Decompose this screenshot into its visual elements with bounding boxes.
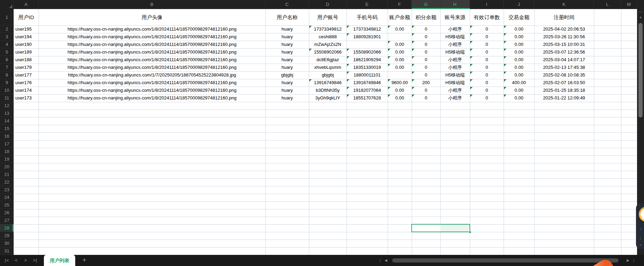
cell-D9[interactable]: 13916749846: [309, 79, 347, 87]
cell-A1[interactable]: 用户ID: [14, 9, 39, 25]
cell-F10[interactable]: 0.00: [388, 87, 412, 94]
select-all-corner[interactable]: [0, 0, 14, 9]
cell-G9[interactable]: 200: [412, 79, 440, 87]
row-header-30[interactable]: 30: [0, 240, 14, 247]
cell-C6[interactable]: huary: [265, 56, 309, 64]
cell-H4[interactable]: 小程序: [440, 41, 470, 48]
column-header-B[interactable]: B: [39, 0, 265, 9]
row-header-16[interactable]: 16: [0, 132, 14, 140]
cell-C7[interactable]: huary: [265, 64, 309, 71]
cell-F6[interactable]: 0.00: [388, 56, 412, 64]
cell-C5[interactable]: huary: [265, 48, 309, 56]
row-header-2[interactable]: 2: [0, 25, 14, 33]
scroll-left-icon[interactable]: ◀: [383, 255, 388, 266]
fill-handle[interactable]: [469, 231, 471, 233]
cell-D2[interactable]: 17373349812: [309, 25, 347, 33]
cell-D7[interactable]: xhvebLqsmm: [309, 64, 347, 71]
cell-B10[interactable]: https://huary.oss-cn-nanjing.aliyuncs.co…: [39, 87, 265, 94]
cell-G7[interactable]: 0: [412, 64, 440, 71]
column-header-K[interactable]: K: [534, 0, 594, 9]
row-header-7[interactable]: 7: [0, 64, 14, 71]
cell-B3[interactable]: https://huary.oss-cn-nanjing.aliyuncs.co…: [39, 33, 265, 41]
cell-A11[interactable]: user173: [14, 94, 39, 102]
cell-F1[interactable]: 账户余额: [388, 9, 412, 25]
row-header-3[interactable]: 3: [0, 33, 14, 41]
cell-G8[interactable]: 0: [412, 71, 440, 79]
row-header-20[interactable]: 20: [0, 163, 14, 171]
cell-E5[interactable]: 15508902066: [347, 48, 388, 56]
cell-G4[interactable]: 0: [412, 41, 440, 48]
row-header-14[interactable]: 14: [0, 117, 14, 125]
column-header-A[interactable]: A: [14, 0, 39, 9]
cell-A10[interactable]: user174: [14, 87, 39, 94]
row-header-22[interactable]: 22: [0, 178, 14, 186]
row-header-26[interactable]: 26: [0, 209, 14, 217]
row-header-1[interactable]: 1: [0, 9, 14, 25]
cell-E1[interactable]: 手机号码: [347, 9, 388, 25]
scroll-up-icon[interactable]: ▲: [637, 15, 644, 20]
row-header-5[interactable]: 5: [0, 48, 14, 56]
cell-K7[interactable]: 2025-02-13 17:45:38: [534, 64, 594, 71]
cell-J6[interactable]: 0.00: [504, 56, 534, 64]
cell-C9[interactable]: huary: [265, 79, 309, 87]
cell-A5[interactable]: user189: [14, 48, 39, 56]
cell-E9[interactable]: 13916749846: [347, 79, 388, 87]
cell-C4[interactable]: huary: [265, 41, 309, 48]
sheet-nav-last-sheet[interactable]: >|: [31, 255, 39, 266]
cell-B7[interactable]: https://huary.oss-cn-nanjing.aliyuncs.co…: [39, 64, 265, 71]
cell-F5[interactable]: 0.00: [388, 48, 412, 56]
row-header-19[interactable]: 19: [0, 155, 14, 163]
cell-D8[interactable]: gbjgbj: [309, 71, 347, 79]
cell-F2[interactable]: 0.00: [388, 25, 412, 33]
cell-J10[interactable]: 0.00: [504, 87, 534, 94]
cell-F4[interactable]: 0.00: [388, 41, 412, 48]
row-header-21[interactable]: 21: [0, 171, 14, 178]
cell-I7[interactable]: 0: [470, 64, 504, 71]
cell-E6[interactable]: 18621909294: [347, 56, 388, 64]
cell-E3[interactable]: 18809281901: [347, 33, 388, 41]
row-header-25[interactable]: 25: [0, 201, 14, 209]
sheet-nav-previous-sheet[interactable]: <: [12, 255, 21, 266]
cell-B2[interactable]: https://huary.oss-cn-nanjing.aliyuncs.co…: [39, 25, 265, 33]
cell-J9[interactable]: 400.00: [504, 79, 534, 87]
column-header-E[interactable]: E: [347, 0, 388, 9]
cell-J3[interactable]: 0.00: [504, 33, 534, 41]
cell-I4[interactable]: 0: [470, 41, 504, 48]
cell-J8[interactable]: 0.00: [504, 71, 534, 79]
panel-up-arrow-icon[interactable]: ↑: [636, 226, 644, 232]
column-header-J[interactable]: J: [504, 0, 534, 9]
cell-F7[interactable]: 0.00: [388, 64, 412, 71]
cell-D1[interactable]: 用户账号: [309, 9, 347, 25]
cell-B6[interactable]: https://huary.oss-cn-nanjing.aliyuncs.co…: [39, 56, 265, 64]
cell-C1[interactable]: 用户名称: [265, 9, 309, 25]
add-sheet-button[interactable]: +: [80, 255, 88, 266]
row-header-9[interactable]: 9: [0, 79, 14, 87]
cell-C10[interactable]: huary: [265, 87, 309, 94]
cell-G10[interactable]: 0: [412, 87, 440, 94]
cell-D11[interactable]: 3yGh9qkLIY: [309, 94, 347, 102]
cell-B5[interactable]: https://huary.oss-cn-nanjing.aliyuncs.co…: [39, 48, 265, 56]
cell-A3[interactable]: user194: [14, 33, 39, 41]
column-header-I[interactable]: I: [470, 0, 504, 9]
cell-I9[interactable]: 0: [470, 79, 504, 87]
cell-G2[interactable]: 0: [412, 25, 440, 33]
row-header-18[interactable]: 18: [0, 148, 14, 155]
panel-collapse-chevron-icon[interactable]: ⌄: [636, 242, 644, 247]
row-header-6[interactable]: 6: [0, 56, 14, 64]
cell-B1[interactable]: 用户头像: [39, 9, 265, 25]
cell-F9[interactable]: 9600.00: [388, 79, 412, 87]
cell-E7[interactable]: 18351330019: [347, 64, 388, 71]
cell-K4[interactable]: 2025-03-15 10:00:31: [534, 41, 594, 48]
cell-H9[interactable]: H5移动端: [440, 79, 470, 87]
cell-J4[interactable]: 0.00: [504, 41, 534, 48]
cell-D4[interactable]: mZwAjzZs2N: [309, 41, 347, 48]
column-header-M[interactable]: M: [621, 0, 637, 9]
cell-B4[interactable]: https://huary.oss-cn-nanjing.aliyuncs.co…: [39, 41, 265, 48]
cell-B9[interactable]: https://huary.oss-cn-nanjing.aliyuncs.co…: [39, 79, 265, 87]
cell-C3[interactable]: huary: [265, 33, 309, 41]
column-header-D[interactable]: D: [309, 0, 347, 9]
cell-J5[interactable]: 0.00: [504, 48, 534, 56]
cell-D6[interactable]: dc8E6gjtaz: [309, 56, 347, 64]
cell-E11[interactable]: 18551707628: [347, 94, 388, 102]
cell-A7[interactable]: user179: [14, 64, 39, 71]
